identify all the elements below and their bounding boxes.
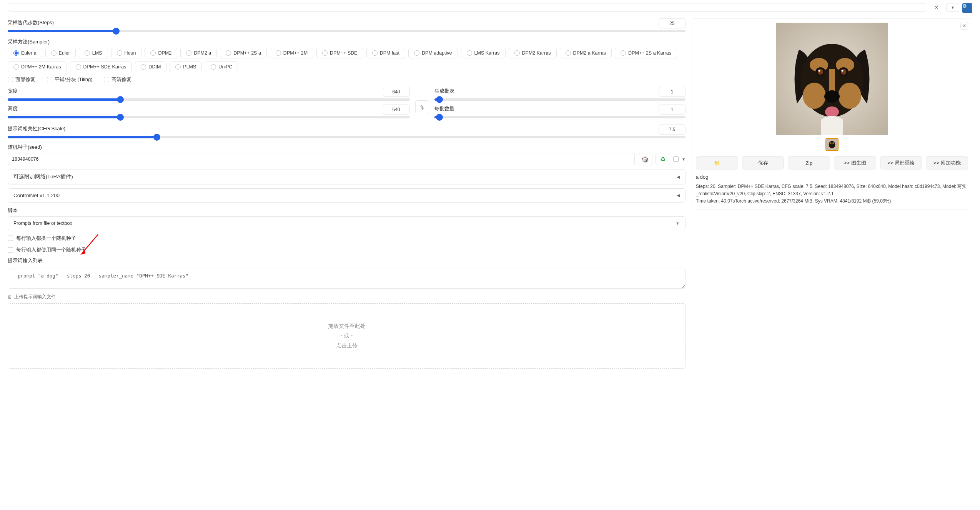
sampler-option[interactable]: DDIM bbox=[135, 61, 166, 72]
svg-point-20 bbox=[832, 142, 834, 144]
batch-size-label: 每批数量 bbox=[434, 105, 454, 112]
sampler-option[interactable]: Heun bbox=[111, 48, 142, 58]
send-extras-button[interactable]: >> 附加功能 bbox=[926, 156, 968, 169]
sampler-option[interactable]: DPM2 a bbox=[180, 48, 217, 58]
width-value[interactable]: 640 bbox=[383, 87, 410, 97]
controlnet-accordion[interactable]: ControlNet v1.1.200 ◀ bbox=[8, 188, 686, 203]
output-timing: Time taken: 40.07sTorch active/reserved:… bbox=[696, 198, 968, 205]
sampler-option[interactable]: Euler a bbox=[8, 48, 42, 58]
face-restore-checkbox[interactable]: 面部修复 bbox=[8, 76, 35, 83]
sampler-option[interactable]: Euler bbox=[45, 48, 76, 58]
svg-point-6 bbox=[803, 83, 826, 109]
output-metadata: Steps: 20, Sampler: DPM++ SDE Karras, CF… bbox=[696, 183, 968, 198]
batch-count-slider[interactable] bbox=[434, 98, 686, 101]
steps-value[interactable]: 25 bbox=[659, 18, 686, 28]
sampler-option[interactable]: DPM++ 2M bbox=[270, 48, 313, 58]
height-slider[interactable] bbox=[8, 116, 410, 118]
lora-accordion[interactable]: 可选附加网络(LoRA插件) ◀ bbox=[8, 169, 686, 184]
file-icon: 🗎 bbox=[8, 294, 12, 300]
batch-size-slider[interactable] bbox=[434, 116, 686, 118]
extra-caret-icon[interactable]: ▼ bbox=[682, 157, 686, 161]
width-label: 宽度 bbox=[8, 88, 18, 95]
prompt-list-label: 提示词输入列表 bbox=[8, 257, 686, 264]
output-panel: ✕ bbox=[692, 18, 972, 209]
cfg-slider[interactable] bbox=[8, 136, 686, 138]
svg-point-7 bbox=[838, 83, 861, 109]
steps-label: 采样迭代步数(Steps) bbox=[8, 19, 54, 26]
gear-icon[interactable]: ⚙ bbox=[962, 3, 972, 13]
output-prompt-text: a dog bbox=[696, 174, 968, 180]
sampler-option[interactable]: DPM++ 2S a Karras bbox=[615, 48, 677, 58]
tiling-checkbox[interactable]: 平铺/分块 (Tiling) bbox=[47, 76, 92, 83]
prompt-list-textarea[interactable] bbox=[8, 269, 686, 289]
batch-size-value[interactable]: 1 bbox=[659, 105, 686, 115]
save-button[interactable]: 保存 bbox=[742, 156, 784, 169]
iterate-seed-checkbox[interactable]: 每行输入都换一个随机种子 bbox=[8, 235, 686, 242]
send-img2img-button[interactable]: >> 图生图 bbox=[834, 156, 876, 169]
chevron-down-icon: ▼ bbox=[676, 221, 680, 226]
batch-count-value[interactable]: 1 bbox=[659, 87, 686, 97]
sampler-option[interactable]: DPM++ 2M Karras bbox=[8, 61, 67, 72]
send-inpaint-button[interactable]: >> 局部重绘 bbox=[880, 156, 922, 169]
sampler-option[interactable]: DPM fast bbox=[366, 48, 405, 58]
triangle-left-icon: ◀ bbox=[677, 193, 680, 198]
swap-dimensions-icon[interactable]: ⇅ bbox=[415, 100, 429, 114]
folder-icon: 📁 bbox=[714, 160, 720, 166]
height-value[interactable]: 640 bbox=[383, 105, 410, 115]
sampler-option[interactable]: DPM++ 2S a bbox=[220, 48, 267, 58]
sampler-option[interactable]: DPM2 Karras bbox=[509, 48, 557, 58]
svg-point-13 bbox=[819, 70, 820, 72]
sampler-option[interactable]: LMS Karras bbox=[461, 48, 506, 58]
sampler-option[interactable]: DPM2 bbox=[145, 48, 177, 58]
svg-point-19 bbox=[830, 142, 832, 144]
hires-checkbox[interactable]: 高清修复 bbox=[104, 76, 131, 83]
svg-point-16 bbox=[825, 106, 839, 117]
same-seed-checkbox[interactable]: 每行输入都使用同一个随机种子 bbox=[8, 246, 686, 253]
dropdown-caret-icon[interactable]: ▼ bbox=[946, 3, 959, 12]
recycle-icon[interactable]: ♻ bbox=[656, 153, 670, 165]
width-slider[interactable] bbox=[8, 98, 410, 101]
svg-point-15 bbox=[824, 90, 840, 103]
steps-slider[interactable] bbox=[8, 30, 686, 32]
cfg-value[interactable]: 7.5 bbox=[659, 125, 686, 135]
zip-button[interactable]: Zip bbox=[788, 156, 830, 169]
sampler-label: 采样方法(Sampler) bbox=[8, 38, 686, 45]
svg-point-14 bbox=[842, 70, 844, 72]
output-thumbnail[interactable] bbox=[825, 138, 839, 151]
svg-point-12 bbox=[841, 69, 846, 75]
sampler-option[interactable]: DPM++ SDE bbox=[316, 48, 363, 58]
svg-point-18 bbox=[829, 141, 835, 149]
sampler-option[interactable]: UniPC bbox=[205, 61, 238, 72]
prompt-area[interactable] bbox=[8, 3, 926, 12]
close-icon[interactable]: ✕ bbox=[930, 3, 943, 12]
file-dropzone[interactable]: 拖放文件至此处 - 或 - 点击上传 bbox=[8, 303, 686, 369]
seed-label: 随机种子(seed) bbox=[8, 144, 686, 151]
sampler-option[interactable]: LMS bbox=[79, 48, 108, 58]
upload-prompt-file-link[interactable]: 🗎 上传提示词输入文件 bbox=[8, 294, 56, 300]
seed-input[interactable] bbox=[8, 153, 635, 165]
script-select[interactable]: Prompts from file or textbox ▼ bbox=[8, 216, 686, 230]
sampler-option[interactable]: DPM adaptive bbox=[408, 48, 458, 58]
triangle-left-icon: ◀ bbox=[677, 174, 680, 179]
open-folder-button[interactable]: 📁 bbox=[696, 156, 738, 169]
output-image[interactable] bbox=[776, 23, 888, 135]
extra-seed-checkbox[interactable] bbox=[673, 156, 679, 162]
sampler-radio-group: Euler aEulerLMSHeunDPM2DPM2 aDPM++ 2S aD… bbox=[8, 48, 686, 72]
height-label: 高度 bbox=[8, 105, 18, 112]
batch-count-label: 生成批次 bbox=[434, 88, 454, 95]
sampler-option[interactable]: PLMS bbox=[170, 61, 202, 72]
sampler-option[interactable]: DPM++ SDE Karras bbox=[70, 61, 132, 72]
cfg-label: 提示词相关性(CFG Scale) bbox=[8, 125, 65, 132]
svg-point-11 bbox=[818, 69, 823, 75]
sampler-option[interactable]: DPM2 a Karras bbox=[560, 48, 612, 58]
dice-icon[interactable]: 🎲 bbox=[638, 153, 652, 165]
script-label: 脚本 bbox=[8, 207, 686, 214]
close-output-icon[interactable]: ✕ bbox=[960, 22, 968, 30]
